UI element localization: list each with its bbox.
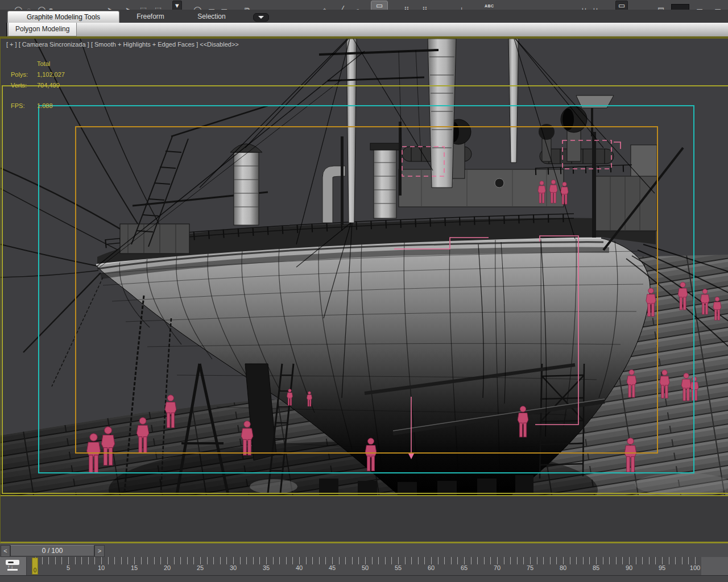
ruler-frame-number: 70 xyxy=(489,564,506,571)
ship-wireframe-scene xyxy=(1,39,728,495)
ruler-tick xyxy=(576,557,577,564)
ribbon-grip[interactable] xyxy=(0,23,7,36)
ruler-frame-number: 100 xyxy=(686,564,704,571)
keyboard-shortcut-button[interactable]: ▭ xyxy=(371,1,388,10)
status-bar-edge xyxy=(0,575,728,582)
ruler-tick xyxy=(48,557,49,564)
track-bar[interactable]: 0510152025303540455055606570758085909510… xyxy=(0,557,728,575)
ruler-frame-number: 25 xyxy=(192,564,209,571)
open-mini-curve-editor-button[interactable] xyxy=(0,557,27,575)
ruler-tick xyxy=(695,557,696,564)
ruler-tick xyxy=(187,557,188,564)
previous-frame-button[interactable]: < xyxy=(1,545,10,557)
abc-label[interactable]: ABC xyxy=(485,4,494,8)
tab-freeform[interactable]: Freeform xyxy=(121,11,180,23)
ruler-tick xyxy=(259,557,260,564)
ruler-frame-number: 20 xyxy=(159,564,176,571)
curve-editor-icon xyxy=(6,560,19,565)
ruler-tick xyxy=(385,557,386,564)
ruler-tick xyxy=(200,557,201,564)
ruler-tick xyxy=(682,557,682,564)
ruler-tick xyxy=(167,557,168,564)
ruler-tick xyxy=(286,557,287,564)
ribbon-minimize-button[interactable] xyxy=(253,13,269,22)
ruler-tick xyxy=(61,557,62,564)
ruler-tick xyxy=(332,557,333,564)
ruler-tick xyxy=(207,557,208,564)
ruler-tick xyxy=(233,557,234,564)
ruler-tick xyxy=(306,557,307,564)
ruler-tick xyxy=(477,557,478,564)
ruler-tick xyxy=(279,557,280,564)
tab-selection[interactable]: Selection xyxy=(183,11,240,23)
ruler-tick xyxy=(523,557,524,564)
ribbon-tab-bar: Graphite Modeling Tools Freeform Selecti… xyxy=(0,10,728,23)
ruler-tick xyxy=(563,557,564,564)
ruler-frame-number: 10 xyxy=(93,564,110,571)
ruler-tick xyxy=(642,557,643,564)
ruler-tick xyxy=(603,557,603,564)
panel-tab-polygon-modeling[interactable]: Polygon Modeling xyxy=(8,23,77,36)
keypad-button[interactable]: ▭ xyxy=(615,1,628,10)
ruler-tick xyxy=(504,557,504,564)
ruler-tick xyxy=(339,557,340,564)
stats-verts-value: 704,499 xyxy=(37,82,60,89)
ruler-tick xyxy=(662,557,663,564)
ruler-tick xyxy=(596,557,597,564)
stats-fps-label: FPS: xyxy=(11,102,24,109)
ruler-tick xyxy=(319,557,320,564)
ruler-tick xyxy=(418,557,419,564)
ruler-tick xyxy=(490,557,491,564)
ruler-tick xyxy=(583,557,584,564)
viewport-label[interactable]: [ + ] [ Camaera Sincronizada ] [ Smooth … xyxy=(6,41,239,48)
ruler-tick xyxy=(127,557,128,564)
ruler-tick xyxy=(405,557,406,564)
ruler-frame-number: 35 xyxy=(258,564,275,571)
ruler-tick xyxy=(345,557,346,564)
ruler-frame-number: 85 xyxy=(588,564,605,571)
ruler-tick xyxy=(266,557,267,564)
ruler-frame-number: 40 xyxy=(291,564,308,571)
ruler-tick xyxy=(121,557,122,564)
ruler-frame-number: 95 xyxy=(653,564,671,571)
ruler-frame-number: 30 xyxy=(225,564,242,571)
ruler-tick xyxy=(88,557,89,564)
ruler-tick xyxy=(537,557,537,564)
ruler-tick xyxy=(55,557,56,564)
camera-viewport[interactable]: [ + ] [ Camaera Sincronizada ] [ Smooth … xyxy=(0,39,728,543)
track-bar-end-cap xyxy=(701,557,728,575)
ruler-tick xyxy=(543,557,544,564)
ruler-tick xyxy=(273,557,274,564)
ruler-tick xyxy=(609,557,610,564)
stats-polys-value: 1,102,027 xyxy=(37,71,65,78)
ruler-tick xyxy=(556,557,557,564)
ruler-tick xyxy=(240,557,241,564)
tab-graphite-modeling-tools[interactable]: Graphite Modeling Tools xyxy=(7,11,119,23)
ruler-tick xyxy=(398,557,399,564)
ruler-tick xyxy=(220,557,221,564)
ruler-tick xyxy=(174,557,175,564)
ruler-tick xyxy=(141,557,142,564)
current-frame-marker[interactable]: 0 xyxy=(32,558,38,575)
ruler-frame-number: 75 xyxy=(522,564,539,571)
ruler-tick xyxy=(134,557,135,564)
ruler-tick xyxy=(411,557,412,564)
ruler-tick xyxy=(688,557,689,564)
ruler-tick xyxy=(464,557,465,564)
ruler-tick xyxy=(81,557,82,564)
ruler-tick xyxy=(655,557,656,564)
ruler-frame-number: 5 xyxy=(60,564,77,571)
time-slider-handle[interactable]: 0 / 100 xyxy=(10,545,94,556)
ruler-tick xyxy=(649,557,650,564)
ruler-frame-number: 60 xyxy=(423,564,440,571)
3dsmax-window: ◯◌◯⚭➤➤⬚⬚▾◯▭▭⧉⌖╱▫▭⠛⠛⊥ABC∪∪▭▤▭▭ Graphite M… xyxy=(0,0,728,582)
ruler-frame-number: 90 xyxy=(621,564,638,571)
next-frame-button[interactable]: > xyxy=(94,545,105,557)
ruler-tick xyxy=(622,557,623,564)
ruler-tick xyxy=(510,557,511,564)
ruler-tick xyxy=(108,557,109,564)
snap-toggle-button[interactable]: ▾ xyxy=(172,1,182,10)
ruler-tick xyxy=(550,557,551,564)
ruler-tick xyxy=(160,557,161,564)
ruler-tick xyxy=(378,557,379,564)
